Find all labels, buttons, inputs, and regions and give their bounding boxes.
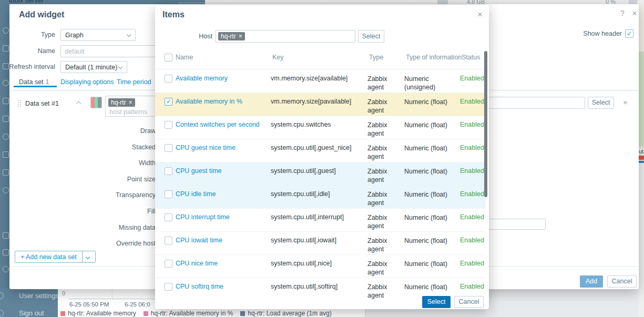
- sidebar-icon[interactable]: [3, 266, 9, 272]
- sidebar-icon[interactable]: [3, 116, 9, 122]
- row-checkbox[interactable]: [165, 213, 172, 221]
- row-checkbox[interactable]: [165, 167, 172, 175]
- cancel-button[interactable]: Cancel: [607, 275, 637, 288]
- tab-displaying-options[interactable]: Displaying options: [60, 78, 114, 86]
- x-tick: 6-25 06:0: [125, 301, 150, 308]
- color-palette-swatch[interactable]: [90, 97, 102, 108]
- sidebar-icon[interactable]: [3, 98, 9, 104]
- item-status[interactable]: Enabled: [460, 98, 484, 105]
- table-row[interactable]: Available memory in % vm.memory.size[pav…: [155, 93, 485, 116]
- table-row[interactable]: Available memory vm.memory.size[availabl…: [155, 70, 485, 93]
- add-new-data-set-caret[interactable]: [83, 251, 95, 262]
- tab-time-period[interactable]: Time period: [117, 78, 151, 86]
- close-icon[interactable]: ×: [477, 10, 483, 19]
- table-row[interactable]: CPU idle time system.cpu.util[,idle] Zab…: [155, 186, 485, 209]
- cancel-button[interactable]: Cancel: [454, 296, 484, 308]
- screen: Zabbix server 4.8 GB 0 % User settings S…: [0, 0, 644, 317]
- sidebar-icon[interactable]: [3, 151, 9, 158]
- sidebar-item-user-settings[interactable]: User settings: [19, 292, 59, 300]
- item-status[interactable]: Enabled: [460, 283, 484, 290]
- item-status[interactable]: Enabled: [460, 75, 484, 82]
- item-status[interactable]: Enabled: [460, 260, 484, 267]
- item-name-link[interactable]: CPU idle time: [176, 190, 271, 198]
- row-checkbox[interactable]: [165, 237, 172, 244]
- field-label: Draw: [93, 127, 156, 135]
- tab-label: Data set: [19, 78, 44, 86]
- sidebar-icon[interactable]: [3, 80, 9, 86]
- item-status[interactable]: Enabled: [460, 237, 484, 244]
- sidebar-icon[interactable]: [3, 187, 9, 193]
- row-checkbox[interactable]: [165, 121, 172, 129]
- table-row[interactable]: Context switches per second system.cpu.s…: [155, 116, 485, 139]
- sidebar-icon[interactable]: [3, 232, 9, 239]
- item-status[interactable]: Enabled: [460, 190, 484, 198]
- item-info: Numeric (float): [404, 144, 460, 152]
- remove-tag-icon[interactable]: ×: [129, 99, 132, 106]
- table-row[interactable]: CPU nice time system.cpu.util[,nice] Zab…: [155, 255, 485, 278]
- table-row[interactable]: CPU interrupt time system.cpu.util[,inte…: [155, 209, 485, 232]
- row-checkbox[interactable]: [165, 283, 172, 291]
- item-type: Zabbix agent: [367, 283, 404, 300]
- select-all-checkbox[interactable]: [165, 54, 172, 62]
- items-table: Available memory vm.memory.size[availabl…: [155, 70, 485, 300]
- item-name-link[interactable]: Available memory: [176, 75, 271, 82]
- item-name-link[interactable]: CPU nice time: [176, 260, 271, 267]
- item-patterns-select-button[interactable]: Select: [588, 97, 614, 109]
- item-key: vm.memory.size[available]: [271, 75, 367, 82]
- sidebar-icon[interactable]: [3, 249, 9, 255]
- drag-handle-icon[interactable]: [18, 100, 19, 101]
- row-checkbox[interactable]: [165, 75, 172, 83]
- sidebar-item-sign-out[interactable]: Sign out: [19, 309, 44, 317]
- item-name-link[interactable]: CPU softirq time: [176, 283, 271, 290]
- item-name-link[interactable]: CPU iowait time: [176, 237, 271, 244]
- item-info: Numeric (float): [404, 213, 460, 222]
- tab-data-set[interactable]: Data set1: [19, 78, 49, 86]
- gridline-fragment: [179, 3, 436, 3]
- host-multiselect[interactable]: hq-rtr ×: [216, 30, 355, 43]
- close-icon[interactable]: ×: [632, 9, 637, 18]
- sidebar-icon[interactable]: [3, 134, 9, 140]
- field-label: Point size: [93, 176, 156, 183]
- item-name-link[interactable]: CPU guest time: [176, 167, 271, 175]
- column-header-status: Status: [462, 54, 480, 61]
- select-button[interactable]: Select: [422, 296, 451, 308]
- host-patterns-placeholder: host patterns: [109, 108, 147, 116]
- table-row[interactable]: CPU guest nice time system.cpu.util[,gue…: [155, 139, 485, 162]
- item-type: Zabbix agent: [367, 213, 404, 230]
- chevron-down-icon: [127, 33, 131, 37]
- row-checkbox[interactable]: [165, 98, 172, 106]
- field-label: Fill: [93, 208, 156, 215]
- chevron-down-icon: [85, 255, 89, 259]
- user-settings-icon: [0, 292, 4, 299]
- sidebar-icon[interactable]: [3, 169, 9, 176]
- item-status[interactable]: Enabled: [460, 213, 484, 221]
- tab-badge: 1: [46, 78, 49, 86]
- refresh-interval-value: Default (1 minute): [65, 64, 117, 71]
- scrollbar-thumb[interactable]: [484, 51, 487, 197]
- x-tick: 6-25 05:50 PM: [69, 301, 109, 308]
- row-checkbox[interactable]: [165, 260, 172, 268]
- add-new-data-set-main[interactable]: + Add new data set: [15, 251, 83, 262]
- remove-data-set-icon[interactable]: ×: [623, 98, 628, 106]
- type-label: Type: [0, 31, 55, 38]
- show-header-checkbox[interactable]: [625, 29, 633, 38]
- swatch-stripe: [98, 97, 101, 108]
- item-name-link[interactable]: Available memory in %: [176, 98, 271, 105]
- refresh-interval-select[interactable]: Default (1 minute): [60, 61, 127, 73]
- table-row[interactable]: CPU iowait time system.cpu.util[,iowait]…: [155, 232, 485, 255]
- collapse-chevron-icon[interactable]: [76, 101, 81, 107]
- table-row[interactable]: CPU guest time system.cpu.util[,guest] Z…: [155, 162, 485, 186]
- add-button[interactable]: Add: [580, 275, 603, 288]
- item-name-link[interactable]: Context switches per second: [176, 121, 271, 128]
- help-icon[interactable]: ?: [620, 9, 625, 17]
- host-select-button[interactable]: Select: [358, 30, 384, 43]
- item-name-link[interactable]: CPU guest nice time: [176, 144, 271, 151]
- item-status[interactable]: Enabled: [460, 144, 484, 151]
- item-status[interactable]: Enabled: [460, 167, 484, 175]
- item-status[interactable]: Enabled: [460, 121, 484, 128]
- row-checkbox[interactable]: [165, 190, 172, 198]
- item-name-link[interactable]: CPU interrupt time: [176, 213, 271, 221]
- remove-tag-icon[interactable]: ×: [239, 33, 242, 39]
- type-select[interactable]: Graph: [60, 29, 136, 41]
- row-checkbox[interactable]: [165, 144, 172, 152]
